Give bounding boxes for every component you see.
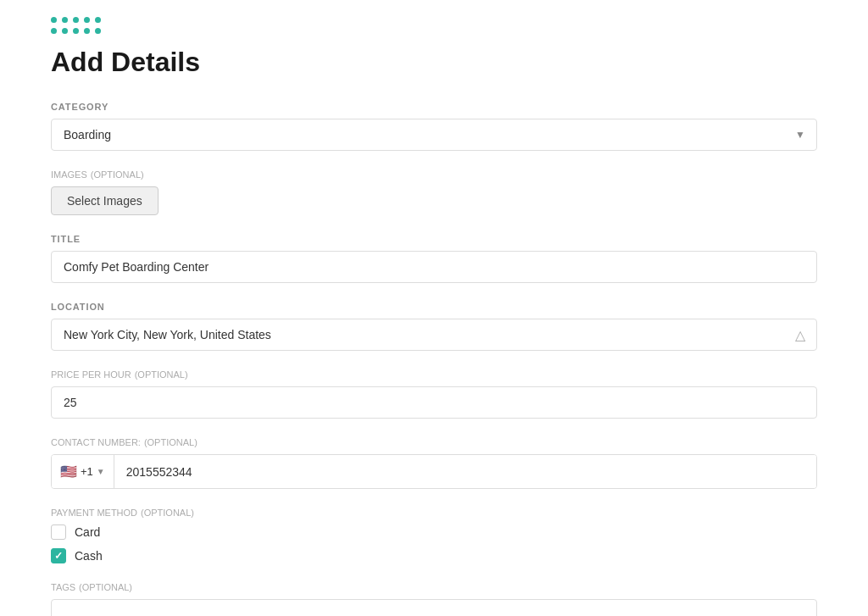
contact-group: CONTACT NUMBER: (OPTIONAL) 🇺🇸 +1 ▼ <box>51 437 817 489</box>
phone-code: +1 <box>81 465 93 478</box>
contact-label: CONTACT NUMBER: (OPTIONAL) <box>51 437 817 447</box>
location-wrapper: △ <box>51 319 817 351</box>
tags-input[interactable] <box>51 599 817 616</box>
tags-group: TAGS (OPTIONAL) <box>51 582 817 616</box>
location-input[interactable] <box>51 319 817 351</box>
category-select[interactable]: Boarding Grooming Training Walking Sitti… <box>51 119 817 151</box>
title-group: TITLE <box>51 234 817 283</box>
card-checkbox[interactable] <box>51 524 66 540</box>
title-input[interactable] <box>51 251 817 283</box>
dots-decoration <box>51 17 817 35</box>
location-label: LOCATION <box>51 302 817 312</box>
tags-label: TAGS (OPTIONAL) <box>51 582 817 592</box>
card-label: Card <box>75 525 100 539</box>
payment-card-item[interactable]: Card <box>51 524 817 540</box>
page-container: Add Details CATEGORY Boarding Grooming T… <box>0 0 868 616</box>
cash-checkbox[interactable] <box>51 548 66 563</box>
page-title: Add Details <box>51 47 817 78</box>
location-group: LOCATION △ <box>51 302 817 351</box>
phone-prefix[interactable]: 🇺🇸 +1 ▼ <box>52 455 114 488</box>
cash-label: Cash <box>75 549 103 563</box>
payment-label: PAYMENT METHOD (OPTIONAL) <box>51 508 817 518</box>
payment-cash-item[interactable]: Cash <box>51 548 817 563</box>
images-label: IMAGES (OPTIONAL) <box>51 169 817 180</box>
category-label: CATEGORY <box>51 102 817 112</box>
payment-group: PAYMENT METHOD (OPTIONAL) Card Cash <box>51 508 817 563</box>
phone-input[interactable] <box>114 455 816 488</box>
category-group: CATEGORY Boarding Grooming Training Walk… <box>51 102 817 151</box>
price-group: PRICE PER HOUR (OPTIONAL) <box>51 369 817 419</box>
images-group: IMAGES (OPTIONAL) Select Images <box>51 169 817 215</box>
price-input[interactable] <box>51 386 817 419</box>
payment-checkbox-group: Card Cash <box>51 524 817 563</box>
price-label: PRICE PER HOUR (OPTIONAL) <box>51 369 817 380</box>
category-select-wrapper: Boarding Grooming Training Walking Sitti… <box>51 119 817 151</box>
flag-icon: 🇺🇸 <box>60 463 77 480</box>
phone-wrapper: 🇺🇸 +1 ▼ <box>51 454 817 489</box>
select-images-button[interactable]: Select Images <box>51 186 159 215</box>
phone-dropdown-arrow: ▼ <box>97 467 105 476</box>
title-label: TITLE <box>51 234 817 244</box>
